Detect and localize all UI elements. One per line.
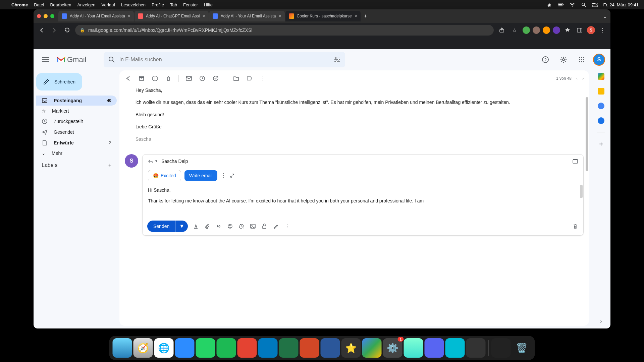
reply-type-button[interactable]: ▼ [148,159,158,163]
chip-menu-button[interactable]: ⋮ [221,172,226,179]
dock-safari[interactable]: 🧭 [133,338,153,358]
battery-icon[interactable] [558,2,564,8]
attach-button[interactable] [204,223,211,230]
add-addon-button[interactable]: + [599,140,603,148]
tab-close-button[interactable]: × [202,13,205,19]
menubar-history[interactable]: Verlauf [102,2,115,7]
forward-button[interactable] [50,25,59,35]
dock-imovie[interactable]: ⭐ [341,338,361,358]
dock-powerpoint[interactable] [300,338,319,358]
contacts-icon[interactable] [598,117,604,124]
dock-drive[interactable] [362,338,382,358]
bookmark-button[interactable]: ☆ [510,25,519,35]
calendar-icon[interactable] [598,73,604,80]
dock-discord[interactable] [425,338,444,358]
tab-close-button[interactable]: × [355,13,357,19]
record-icon[interactable]: ◉ [546,2,552,8]
reply-recipient[interactable]: Sascha Delp [161,159,188,164]
sidebar-item-snoozed[interactable]: Zurückgestellt [36,116,117,126]
tab-3[interactable]: Addy AI - Your AI Email Assista × [209,11,285,21]
share-button[interactable] [497,25,506,35]
send-options-button[interactable]: ▼ [175,221,188,232]
dock-spotify[interactable] [217,338,236,358]
back-to-inbox-button[interactable] [125,75,131,82]
menubar-app[interactable]: Chrome [11,2,28,7]
extension-icon[interactable] [543,26,550,34]
close-window-button[interactable] [37,14,41,18]
emoji-button[interactable] [227,223,233,230]
dock-trash[interactable]: 🗑️ [512,338,532,358]
sidebar-item-more[interactable]: ⌄ Mehr [36,148,117,158]
settings-button[interactable] [557,53,570,66]
apps-button[interactable] [575,53,588,66]
dock-excel[interactable] [279,338,299,358]
dock-app2[interactable] [445,338,465,358]
compose-button[interactable]: Schreiben [36,73,82,90]
extension-icon[interactable] [533,26,540,34]
add-task-button[interactable] [212,75,219,82]
sidebar-item-drafts[interactable]: Entwürfe 2 [36,138,117,148]
control-center-icon[interactable] [592,2,598,8]
image-button[interactable] [250,223,256,230]
tab-close-button[interactable]: × [128,13,130,19]
menubar-clock[interactable]: Fr. 24. März 09:41 [603,2,639,7]
back-button[interactable] [37,25,46,35]
url-input[interactable]: 🔒 mail.google.com/mail/u/1/#inbox/QgrcJH… [75,25,494,36]
dock-app3[interactable] [466,338,486,358]
tone-chip-excited[interactable]: 🤩 Excited [148,170,181,181]
all-tabs-button[interactable]: ⌄ [603,13,607,19]
dock-chrome[interactable]: 🌐 [154,338,174,358]
scrollbar[interactable] [580,185,583,198]
signature-button[interactable] [272,223,279,230]
spam-button[interactable]: ! [152,75,158,82]
drive-button[interactable] [238,223,245,230]
dock-word[interactable] [321,338,340,358]
sidepanel-button[interactable] [575,25,584,35]
prev-page-button[interactable]: ‹ [576,76,578,81]
menubar-window[interactable]: Fenster [183,2,198,7]
delete-button[interactable] [165,75,172,82]
compose-more-button[interactable]: ⋮ [284,223,290,230]
menubar-help[interactable]: Hilfe [204,2,213,7]
expand-icon[interactable] [229,173,235,178]
extensions-button[interactable] [563,25,572,35]
menubar-file[interactable]: Datei [34,2,44,7]
sidebar-item-inbox[interactable]: Posteingang 40 [36,96,117,106]
sidebar-item-sent[interactable]: Gesendet [36,127,117,137]
collapse-panel-button[interactable]: › [600,318,602,324]
next-page-button[interactable]: › [582,76,584,81]
scrollbar[interactable] [586,97,588,171]
dock-finder[interactable] [113,338,132,358]
move-to-button[interactable] [233,75,239,82]
reply-text-area[interactable]: Hi Sascha, Thanks for letting me know ab… [143,183,583,217]
tab-4-active[interactable]: Cooler Kurs - saschadelpkurse × [285,11,361,21]
tasks-icon[interactable] [598,103,604,109]
mark-unread-button[interactable] [185,75,192,82]
maximize-window-button[interactable] [50,14,54,18]
search-box[interactable] [104,52,345,67]
tab-close-button[interactable]: × [278,13,281,19]
minimize-window-button[interactable] [44,14,48,18]
search-input[interactable] [119,57,330,63]
dock-settings[interactable]: ⚙️1 [383,338,402,358]
discard-draft-button[interactable] [572,223,579,230]
dock-whatsapp[interactable] [196,338,215,358]
sidebar-item-starred[interactable]: ☆ Markiert [36,106,117,116]
menubar-view[interactable]: Anzeigen [77,2,95,7]
profile-avatar[interactable]: S [587,26,595,34]
add-label-button[interactable]: + [108,162,111,168]
tab-2[interactable]: Addy AI - ChatGPT Email Assi × [135,11,209,21]
wifi-icon[interactable] [569,2,575,8]
search-options-icon[interactable] [334,56,340,63]
format-button[interactable] [193,223,199,230]
link-button[interactable] [215,223,222,230]
dock-todoist[interactable] [237,338,257,358]
account-avatar[interactable]: S [593,54,605,66]
more-actions-button[interactable]: ⋮ [260,75,266,82]
dock-zoom[interactable] [175,338,195,358]
snooze-button[interactable] [199,75,206,82]
menubar-tab[interactable]: Tab [170,2,177,7]
new-tab-button[interactable]: + [364,13,367,19]
menubar-bookmarks[interactable]: Lesezeichen [121,2,146,7]
dock-trello[interactable] [258,338,278,358]
